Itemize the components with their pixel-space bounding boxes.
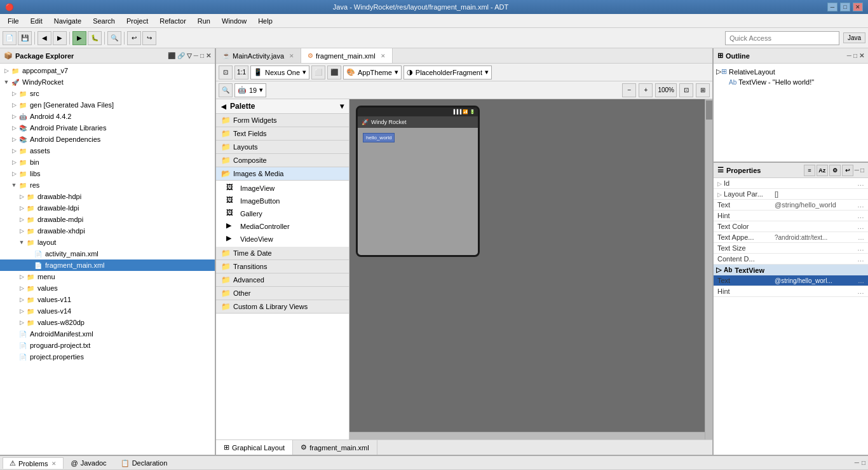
outline-item-relativelayout[interactable]: ▷ ⊞ RelativeLayout xyxy=(714,66,868,77)
palette-item-imageview[interactable]: 🖼 ImageView xyxy=(216,182,349,195)
close-button[interactable]: ✕ xyxy=(853,3,863,11)
tree-item-proguard[interactable]: ▷ 📄 proguard-project.txt xyxy=(0,340,215,351)
tree-item-res[interactable]: ▼ 📁 res xyxy=(0,179,215,191)
horizontal-scrollbar[interactable] xyxy=(349,432,705,439)
tab-declaration[interactable]: 📋 Declaration xyxy=(114,457,175,469)
tree-item-bin[interactable]: ▷ 📁 bin xyxy=(0,156,215,168)
device-selector[interactable]: 📱 Nexus One ▾ xyxy=(250,66,309,79)
more-btn[interactable]: … xyxy=(858,234,864,241)
menu-edit[interactable]: Edit xyxy=(25,16,48,26)
prop-value[interactable]: … xyxy=(771,211,868,221)
close-outline-icon[interactable]: ✕ xyxy=(859,52,864,59)
palette-category-composite[interactable]: 📁 Composite xyxy=(216,154,349,167)
prop-value[interactable]: ?android:attr/text...… xyxy=(771,232,868,243)
view-menu-icon[interactable]: ▽ xyxy=(187,52,192,59)
expand-icon[interactable]: ▷ xyxy=(717,191,722,198)
menu-file[interactable]: File xyxy=(3,16,24,26)
zoom-actual-size-btn[interactable]: ⊞ xyxy=(696,83,710,97)
prop-value[interactable]: … xyxy=(771,254,868,265)
outline-item-textview[interactable]: Ab TextView - "Hello world!" xyxy=(714,77,868,87)
tree-item-fragment-main[interactable]: ▷ 📄 fragment_main.xml xyxy=(0,259,215,271)
maximize-bottom-icon[interactable]: □ xyxy=(862,459,865,466)
menu-run[interactable]: Run xyxy=(193,16,215,26)
tab-problems[interactable]: ⚠ Problems ✕ xyxy=(3,457,64,469)
quick-access-input[interactable] xyxy=(729,34,825,42)
palette-item-imagebutton[interactable]: 🖼 ImageButton xyxy=(216,195,349,207)
tree-item-dependencies[interactable]: ▷ 📚 Android Dependencies xyxy=(0,134,215,145)
sort-by-category-btn[interactable]: ≡ xyxy=(804,165,815,176)
more-btn[interactable]: … xyxy=(857,212,864,219)
more-btn[interactable]: … xyxy=(857,201,864,209)
toolbar-search-btn[interactable]: 🔍 xyxy=(107,31,121,45)
more-btn[interactable]: … xyxy=(857,255,864,263)
toolbar-redo-btn[interactable]: ↪ xyxy=(142,31,156,45)
palette-category-other[interactable]: 📁 Other xyxy=(216,287,349,300)
tree-item-project-properties[interactable]: ▷ 📄 project.properties xyxy=(0,351,215,363)
more-btn[interactable]: … xyxy=(857,244,864,252)
prop-value[interactable]: @string/hello_world… xyxy=(771,200,868,211)
tree-item-gen[interactable]: ▷ 📁 gen [Generated Java Files] xyxy=(0,99,215,111)
scroll-thumb[interactable] xyxy=(706,100,712,120)
api-selector[interactable]: 🤖 19 ▾ xyxy=(234,83,266,97)
tab-fragment-main-xml[interactable]: ⚙ fragment_main.xml xyxy=(293,440,377,455)
tree-item-drawable-hdpi[interactable]: ▷ 📁 drawable-hdpi xyxy=(0,191,215,202)
minimize-panel-icon[interactable]: ─ xyxy=(194,52,198,59)
tree-item-androidmanifest[interactable]: ▷ 📄 AndroidManifest.xml xyxy=(0,328,215,340)
prop-value[interactable]: @string/hello_worl...… xyxy=(771,275,868,286)
maximize-outline-icon[interactable]: □ xyxy=(853,52,857,59)
tree-item-src[interactable]: ▷ 📁 src xyxy=(0,88,215,99)
more-btn[interactable]: … xyxy=(858,277,864,284)
palette-category-transitions[interactable]: 📁 Transitions xyxy=(216,260,349,273)
minimize-props-icon[interactable]: ─ xyxy=(855,167,859,174)
tree-item-drawable-mdpi[interactable]: ▷ 📁 drawable-mdpi xyxy=(0,214,215,225)
minimize-button[interactable]: ─ xyxy=(827,3,837,11)
tree-item-values-v11[interactable]: ▷ 📁 values-v11 xyxy=(0,294,215,305)
tree-item-menu[interactable]: ▷ 📁 menu xyxy=(0,271,215,282)
prop-value[interactable]: [] xyxy=(771,189,868,200)
layout-editor-canvas[interactable]: ▐▐▐ 📶 🔋 🚀 Windy Rocket hello_world xyxy=(349,99,712,439)
toolbar-undo-btn[interactable]: ↩ xyxy=(127,31,141,45)
textview-subsection-header[interactable]: ▷ Ab TextView xyxy=(714,265,868,275)
tree-item-values-v14[interactable]: ▷ 📁 values-v14 xyxy=(0,305,215,317)
palette-category-time-date[interactable]: 📁 Time & Date xyxy=(216,247,349,260)
zoom-out-small-btn[interactable]: − xyxy=(622,83,636,97)
zoom-in-small-btn[interactable]: + xyxy=(639,83,653,97)
menu-search[interactable]: Search xyxy=(88,16,120,26)
palette-category-text-fields[interactable]: 📁 Text Fields xyxy=(216,127,349,141)
toolbar-save-btn[interactable]: 💾 xyxy=(18,31,32,45)
maximize-button[interactable]: □ xyxy=(840,3,850,11)
palette-category-layouts[interactable]: 📁 Layouts xyxy=(216,141,349,154)
zoom-100-btn[interactable]: 100% xyxy=(655,83,677,97)
fragment-selector[interactable]: ◑ PlaceholderFragment ▾ xyxy=(403,66,492,79)
zoom-out-btn[interactable]: 🔍 xyxy=(219,83,233,97)
maximize-props-icon[interactable]: □ xyxy=(860,167,864,174)
zoom-fit-all-btn[interactable]: ⊡ xyxy=(679,83,693,97)
zoom-actual-btn[interactable]: 1:1 xyxy=(234,66,248,79)
prop-value[interactable]: … xyxy=(771,178,868,189)
tree-item-appcompat[interactable]: ▷ 📁 appcompat_v7 xyxy=(0,65,215,76)
tree-item-drawable-ldpi[interactable]: ▷ 📁 drawable-ldpi xyxy=(0,202,215,214)
more-btn[interactable]: … xyxy=(857,223,864,230)
toolbar-run-btn[interactable]: ▶ xyxy=(72,31,86,45)
toolbar-new-btn[interactable]: 📄 xyxy=(3,31,17,45)
tree-item-libs[interactable]: ▷ 📁 libs xyxy=(0,168,215,179)
zoom-fit-btn[interactable]: ⊡ xyxy=(219,66,233,79)
menu-window[interactable]: Window xyxy=(217,16,252,26)
landscape-btn[interactable]: ⬛ xyxy=(327,66,341,79)
tree-item-values-w820dp[interactable]: ▷ 📁 values-w820dp xyxy=(0,317,215,328)
tree-item-layout[interactable]: ▼ 📁 layout xyxy=(0,237,215,248)
sort-alphabetical-btn[interactable]: Az xyxy=(817,165,828,176)
link-editor-icon[interactable]: 🔗 xyxy=(177,52,185,59)
tab-javadoc[interactable]: @ Javadoc xyxy=(64,457,113,468)
palette-item-videoview[interactable]: ▶ VideoView xyxy=(216,233,349,245)
tree-item-android442[interactable]: ▷ 🤖 Android 4.4.2 xyxy=(0,111,215,122)
tree-item-values[interactable]: ▷ 📁 values xyxy=(0,282,215,294)
tree-item-drawable-xhdpi[interactable]: ▷ 📁 drawable-xhdpi xyxy=(0,225,215,237)
menu-refactor[interactable]: Refactor xyxy=(154,16,191,26)
tree-item-activity-main[interactable]: ▷ 📄 activity_main.xml xyxy=(0,248,215,259)
menu-navigate[interactable]: Navigate xyxy=(49,16,86,26)
minimize-bottom-icon[interactable]: ─ xyxy=(855,459,859,466)
prop-value[interactable]: … xyxy=(771,286,868,297)
show-advanced-btn[interactable]: ⚙ xyxy=(829,165,841,176)
java-perspective-btn[interactable]: Java xyxy=(843,32,865,43)
